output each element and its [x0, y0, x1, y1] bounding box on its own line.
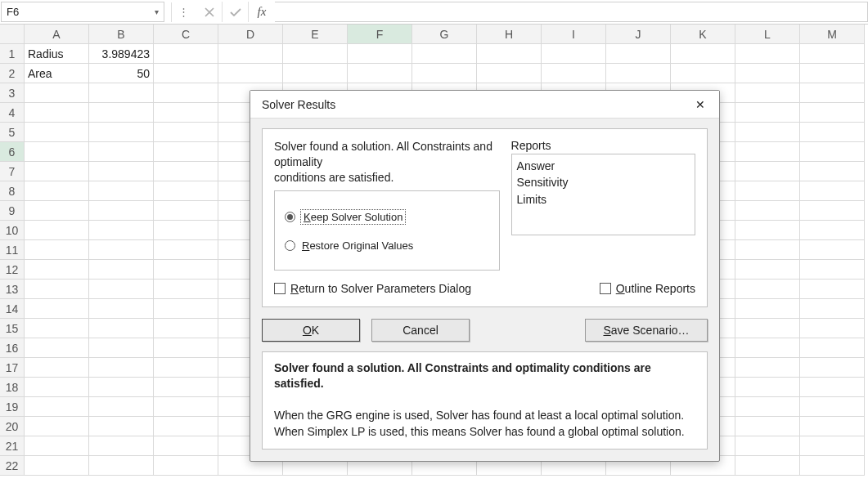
cell[interactable]	[89, 123, 154, 142]
cell[interactable]	[154, 83, 218, 103]
cell[interactable]	[800, 358, 865, 378]
cell[interactable]	[25, 181, 89, 201]
cell[interactable]	[154, 436, 218, 456]
cell[interactable]	[154, 240, 218, 260]
cell[interactable]	[735, 397, 800, 417]
cell[interactable]	[800, 162, 865, 181]
cell[interactable]	[800, 64, 865, 83]
row-header[interactable]: 15	[0, 319, 25, 338]
cell[interactable]	[89, 142, 154, 162]
cell[interactable]	[800, 299, 865, 319]
cell[interactable]	[154, 123, 218, 142]
cell[interactable]	[735, 64, 800, 83]
cell[interactable]	[25, 83, 89, 103]
cell[interactable]	[800, 181, 865, 201]
cell[interactable]	[25, 417, 89, 436]
list-item[interactable]: Answer	[517, 158, 690, 174]
cell[interactable]	[735, 44, 800, 64]
cell[interactable]: 50	[89, 64, 154, 83]
cell[interactable]	[283, 64, 348, 83]
cell[interactable]	[89, 299, 154, 319]
cell[interactable]	[283, 44, 348, 64]
cell[interactable]	[25, 260, 89, 280]
cell[interactable]	[735, 162, 800, 181]
cell[interactable]	[89, 240, 154, 260]
row-header[interactable]: 8	[0, 181, 25, 201]
row-header[interactable]: 1	[0, 44, 25, 64]
cell[interactable]	[154, 338, 218, 358]
row-header[interactable]: 21	[0, 436, 25, 456]
cell[interactable]	[800, 103, 865, 123]
cell[interactable]	[154, 221, 218, 240]
cell[interactable]	[218, 64, 283, 83]
cell[interactable]	[154, 162, 218, 181]
cell[interactable]	[89, 103, 154, 123]
cell[interactable]	[154, 201, 218, 221]
column-header[interactable]: D	[218, 25, 283, 44]
cell[interactable]	[606, 44, 671, 64]
cell[interactable]	[542, 44, 606, 64]
row-header[interactable]: 11	[0, 240, 25, 260]
cell[interactable]	[412, 64, 477, 83]
cell[interactable]	[25, 338, 89, 358]
row-header[interactable]: 3	[0, 83, 25, 103]
cell[interactable]	[89, 181, 154, 201]
dialog-titlebar[interactable]: Solver Results ✕	[250, 91, 719, 119]
radio-restore-values[interactable]: Restore Original Values	[285, 239, 489, 252]
cell[interactable]	[800, 240, 865, 260]
column-header[interactable]: G	[412, 25, 477, 44]
cell[interactable]	[25, 123, 89, 142]
cell[interactable]	[735, 221, 800, 240]
column-header[interactable]: J	[606, 25, 671, 44]
column-header[interactable]: A	[25, 25, 89, 44]
cell[interactable]	[154, 397, 218, 417]
checkbox-return-to-parameters[interactable]: Return to Solver Parameters Dialog	[274, 282, 471, 295]
cell[interactable]	[800, 260, 865, 280]
ok-button[interactable]: OK	[262, 319, 360, 342]
cell[interactable]	[89, 436, 154, 456]
row-header[interactable]: 14	[0, 299, 25, 319]
cell[interactable]	[25, 221, 89, 240]
cell[interactable]	[800, 319, 865, 338]
cell[interactable]	[735, 201, 800, 221]
name-box[interactable]: F6 ▾	[1, 2, 164, 22]
cell[interactable]	[89, 397, 154, 417]
chevron-down-icon[interactable]: ▾	[155, 7, 159, 16]
cell[interactable]	[89, 417, 154, 436]
column-header[interactable]: L	[735, 25, 800, 44]
cell[interactable]	[154, 280, 218, 299]
cell[interactable]	[154, 260, 218, 280]
cell[interactable]	[25, 103, 89, 123]
cell[interactable]	[606, 64, 671, 83]
cell[interactable]	[735, 338, 800, 358]
cell[interactable]	[735, 103, 800, 123]
cell[interactable]	[800, 378, 865, 397]
row-header[interactable]: 2	[0, 64, 25, 83]
cell[interactable]	[89, 358, 154, 378]
cell[interactable]	[154, 319, 218, 338]
cell[interactable]	[89, 83, 154, 103]
cell[interactable]	[89, 221, 154, 240]
cell[interactable]: Radius	[25, 44, 89, 64]
column-header[interactable]: F	[348, 25, 412, 44]
radio-keep-solution[interactable]: Keep Solver Solution	[285, 211, 489, 223]
cell[interactable]	[348, 44, 412, 64]
cell[interactable]	[25, 162, 89, 181]
select-all-corner[interactable]	[0, 25, 25, 44]
cell[interactable]	[25, 397, 89, 417]
cell[interactable]	[89, 162, 154, 181]
cell[interactable]: 3.989423	[89, 44, 154, 64]
cell[interactable]	[154, 456, 218, 476]
checkbox-outline-reports[interactable]: Outline Reports	[600, 282, 695, 295]
cell[interactable]	[154, 44, 218, 64]
reports-listbox[interactable]: Answer Sensitivity Limits	[511, 154, 695, 235]
cell[interactable]	[154, 103, 218, 123]
column-header[interactable]: M	[800, 25, 865, 44]
cell[interactable]	[800, 338, 865, 358]
cell[interactable]	[800, 44, 865, 64]
column-header[interactable]: C	[154, 25, 218, 44]
cell[interactable]	[477, 44, 542, 64]
cell[interactable]	[735, 358, 800, 378]
cell[interactable]	[89, 280, 154, 299]
cell[interactable]	[800, 123, 865, 142]
